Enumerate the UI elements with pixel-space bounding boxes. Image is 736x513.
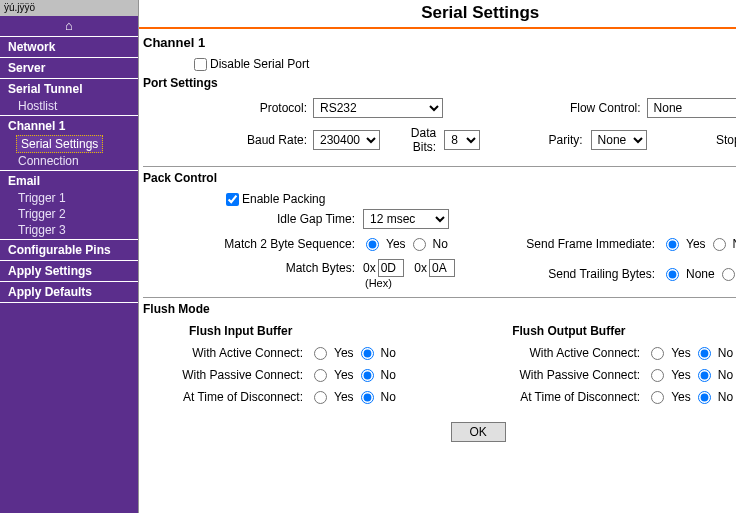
disable-serial-checkbox[interactable] [194,58,207,71]
flush-in-active-yes-label: Yes [334,346,354,360]
match-bytes-label: Match Bytes: [286,261,355,275]
match-2byte-radios: Yes No [363,237,523,251]
send-frame-label: Send Frame Immediate: [523,237,663,251]
send-frame-yes-label: Yes [686,237,706,251]
flush-in-disconnect-no-label: No [381,390,396,404]
flush-in-active-yes-radio[interactable] [314,347,327,360]
hex-note: (Hex) [363,277,523,289]
flush-in-active-label: With Active Connect: [161,346,311,360]
section-divider-2 [143,297,736,298]
match-2byte-yes-radio[interactable] [366,238,379,251]
sidebar-item-serial-settings[interactable]: Serial Settings [16,135,103,153]
trailing-none-label: None [686,267,715,281]
baud-rate-label: Baud Rate: [143,133,313,147]
pack-control-heading: Pack Control [143,169,736,189]
content-area: Channel 1 Disable Serial Port Port Setti… [139,29,736,450]
sidebar-item-serial-tunnel[interactable]: Serial Tunnel [0,80,138,98]
main-panel: Serial Settings Channel 1 Disable Serial… [138,0,736,513]
send-frame-radios: Yes No [663,237,736,251]
flush-input-col: Flush Input Buffer With Active Connect: … [161,324,458,408]
pack-control-grid: Idle Gap Time: 12 msec Match 2 Byte Sequ… [143,209,736,289]
ok-button[interactable]: OK [451,422,506,442]
sidebar-item-email[interactable]: Email [0,172,138,190]
flush-out-passive-no-radio[interactable] [698,369,711,382]
send-frame-no-radio[interactable] [713,238,726,251]
match-2byte-no-radio[interactable] [413,238,426,251]
page-title: Serial Settings [139,0,736,27]
flush-in-passive-yes-radio[interactable] [314,369,327,382]
idle-gap-select[interactable]: 12 msec [363,209,449,229]
protocol-select[interactable]: RS232 [313,98,443,118]
send-frame-no-label: No [733,237,736,251]
trailing-bytes-radios: None One Two [663,267,736,281]
flush-out-active-no-label: No [718,346,733,360]
flush-out-passive-yes-label: Yes [671,368,691,382]
flush-out-disconnect-no-radio[interactable] [698,391,711,404]
trailing-one-radio[interactable] [722,268,735,281]
sidebar-item-trigger-1[interactable]: Trigger 1 [0,190,138,206]
port-settings-grid: Protocol: RS232 Flow Control: None Baud … [143,94,736,158]
flush-out-active-no-radio[interactable] [698,347,711,360]
flush-out-active-yes-radio[interactable] [651,347,664,360]
flush-out-disconnect-no-label: No [718,390,733,404]
sidebar-item-trigger-3[interactable]: Trigger 3 [0,222,138,238]
sidebar: ÿú.jÿÿö ⌂ Network Server Serial Tunnel H… [0,0,138,513]
submit-row: OK [143,408,736,442]
disable-serial-label: Disable Serial Port [210,57,309,71]
flush-out-disconnect-yes-radio[interactable] [651,391,664,404]
flush-out-passive-yes-radio[interactable] [651,369,664,382]
flush-in-disconnect-label: At Time of Disconnect: [161,390,311,404]
enable-packing-row: Enable Packing [143,189,736,209]
home-row[interactable]: ⌂ [0,16,138,35]
sidebar-item-trigger-2[interactable]: Trigger 2 [0,206,138,222]
data-bits-label: Data Bits: [388,126,436,154]
flow-control-select[interactable]: None [647,98,736,118]
flush-in-disconnect-yes-radio[interactable] [314,391,327,404]
flush-input-heading: Flush Input Buffer [161,324,458,342]
flow-control-label: Flow Control: [480,101,647,115]
match-2byte-no-label: No [433,237,448,251]
flush-in-disconnect-yes-label: Yes [334,390,354,404]
data-bits-select[interactable]: 8 [444,130,480,150]
flush-in-active-no-label: No [381,346,396,360]
sidebar-item-apply-settings[interactable]: Apply Settings [0,262,138,280]
parity-select[interactable]: None [591,130,647,150]
flush-out-disconnect-label: At Time of Disconnect: [498,390,648,404]
flush-in-disconnect-no-radio[interactable] [361,391,374,404]
protocol-label: Protocol: [143,101,313,115]
enable-packing-checkbox[interactable] [226,193,239,206]
trailing-none-radio[interactable] [666,268,679,281]
sidebar-item-apply-defaults[interactable]: Apply Defaults [0,283,138,301]
corner-text: ÿú.jÿÿö [0,0,138,16]
sidebar-item-connection[interactable]: Connection [0,153,138,169]
disable-serial-row: Disable Serial Port [143,54,736,74]
parity-label: Parity: [549,133,583,147]
sidebar-item-hostlist[interactable]: Hostlist [0,98,138,114]
flush-out-active-label: With Active Connect: [498,346,648,360]
flush-output-col: Flush Output Buffer With Active Connect:… [498,324,736,408]
port-settings-heading: Port Settings [143,74,736,94]
flush-in-active-no-radio[interactable] [361,347,374,360]
idle-gap-label: Idle Gap Time: [143,212,363,226]
home-icon: ⌂ [65,18,73,33]
hex-prefix-1: 0x [363,261,376,275]
flush-out-active-yes-label: Yes [671,346,691,360]
send-frame-yes-radio[interactable] [666,238,679,251]
baud-rate-select[interactable]: 230400 [313,130,380,150]
flush-columns: Flush Input Buffer With Active Connect: … [143,320,736,408]
sidebar-item-server[interactable]: Server [0,59,138,77]
match-byte-1-input[interactable] [378,259,404,277]
enable-packing-label: Enable Packing [242,192,325,206]
flush-out-disconnect-yes-label: Yes [671,390,691,404]
flush-in-passive-no-radio[interactable] [361,369,374,382]
flush-out-passive-label: With Passive Connect: [498,368,648,382]
sidebar-item-configurable-pins[interactable]: Configurable Pins [0,241,138,259]
match-2byte-label: Match 2 Byte Sequence: [143,237,363,251]
match-byte-2-input[interactable] [429,259,455,277]
hex-prefix-2: 0x [414,261,427,275]
flush-mode-heading: Flush Mode [143,300,736,320]
channel-heading: Channel 1 [143,29,736,54]
sidebar-item-network[interactable]: Network [0,38,138,56]
flush-in-passive-label: With Passive Connect: [161,368,311,382]
sidebar-item-channel-1[interactable]: Channel 1 [0,117,138,135]
